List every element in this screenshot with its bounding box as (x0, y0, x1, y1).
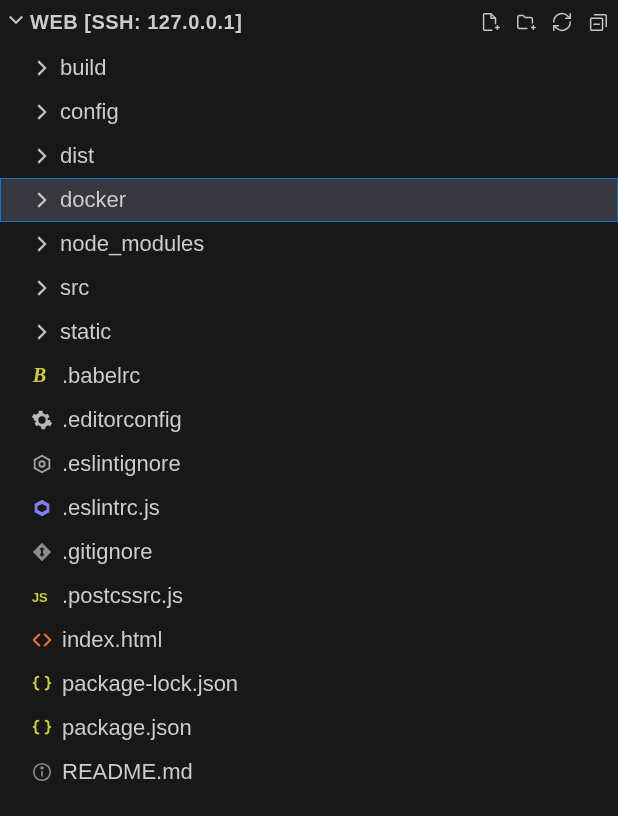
item-label: .postcssrc.js (62, 583, 183, 609)
file-explorer: WEB [SSH: 127.0.0.1] buildconfigdistdock… (0, 0, 618, 816)
refresh-icon[interactable] (550, 10, 574, 34)
file-item[interactable]: .editorconfig (0, 398, 618, 442)
file-item[interactable]: package-lock.json (0, 662, 618, 706)
json-icon (30, 672, 54, 696)
file-item[interactable]: B.babelrc (0, 354, 618, 398)
item-label: config (60, 99, 119, 125)
file-item[interactable]: README.md (0, 750, 618, 794)
header-actions (478, 10, 610, 34)
item-label: .eslintignore (62, 451, 181, 477)
project-title: WEB [SSH: 127.0.0.1] (30, 11, 242, 34)
svg-point-2 (39, 461, 45, 467)
item-label: node_modules (60, 231, 204, 257)
file-item[interactable]: index.html (0, 618, 618, 662)
js-icon: JS (30, 584, 54, 608)
folder-item[interactable]: config (0, 90, 618, 134)
item-label: dist (60, 143, 94, 169)
item-label: README.md (62, 759, 193, 785)
git-icon (30, 540, 54, 564)
chevron-right-icon[interactable] (30, 277, 52, 299)
explorer-header: WEB [SSH: 127.0.0.1] (0, 0, 618, 44)
file-tree: buildconfigdistdockernode_modulessrcstat… (0, 44, 618, 816)
item-label: package.json (62, 715, 192, 741)
svg-text:JS: JS (32, 590, 48, 605)
file-item[interactable]: JS.postcssrc.js (0, 574, 618, 618)
folder-item[interactable]: docker (0, 178, 618, 222)
file-item[interactable]: package.json (0, 706, 618, 750)
babel-icon: B (30, 364, 54, 388)
folder-item[interactable]: node_modules (0, 222, 618, 266)
chevron-right-icon[interactable] (30, 145, 52, 167)
item-label: docker (60, 187, 126, 213)
item-label: src (60, 275, 89, 301)
folder-item[interactable]: static (0, 310, 618, 354)
file-item[interactable]: .eslintrc.js (0, 486, 618, 530)
item-label: .eslintrc.js (62, 495, 160, 521)
item-label: build (60, 55, 106, 81)
html-icon (30, 628, 54, 652)
item-label: .gitignore (62, 539, 153, 565)
item-label: package-lock.json (62, 671, 238, 697)
new-folder-icon[interactable] (514, 10, 538, 34)
new-file-icon[interactable] (478, 10, 502, 34)
gear-icon (30, 408, 54, 432)
chevron-right-icon[interactable] (30, 189, 52, 211)
folder-item[interactable]: src (0, 266, 618, 310)
folder-item[interactable]: dist (0, 134, 618, 178)
svg-text:B: B (32, 365, 46, 386)
chevron-down-icon[interactable] (6, 9, 26, 35)
chevron-right-icon[interactable] (30, 233, 52, 255)
item-label: index.html (62, 627, 162, 653)
eslint-ignore-icon (30, 452, 54, 476)
item-label: .editorconfig (62, 407, 182, 433)
file-item[interactable]: .gitignore (0, 530, 618, 574)
info-icon (30, 760, 54, 784)
folder-item[interactable]: build (0, 46, 618, 90)
collapse-all-icon[interactable] (586, 10, 610, 34)
file-item[interactable]: .eslintignore (0, 442, 618, 486)
chevron-right-icon[interactable] (30, 321, 52, 343)
json-icon (30, 716, 54, 740)
chevron-right-icon[interactable] (30, 101, 52, 123)
eslintrc-icon (30, 496, 54, 520)
item-label: static (60, 319, 111, 345)
item-label: .babelrc (62, 363, 140, 389)
svg-point-6 (41, 767, 43, 769)
chevron-right-icon[interactable] (30, 57, 52, 79)
